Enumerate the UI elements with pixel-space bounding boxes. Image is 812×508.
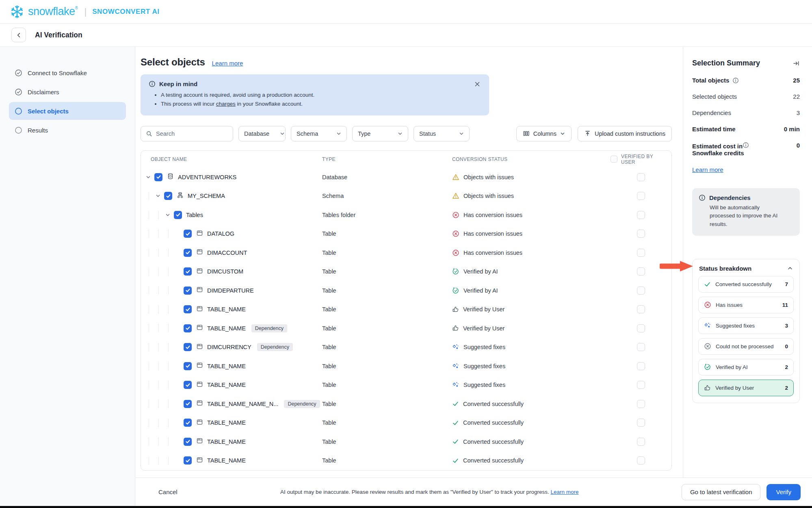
footer-learn-more-link[interactable]: Learn more bbox=[550, 489, 578, 495]
status-chip-could-not-be-processed[interactable]: Could not be processed0 bbox=[698, 338, 794, 355]
table-icon bbox=[196, 267, 203, 274]
verified-by-user-checkbox[interactable] bbox=[637, 419, 645, 427]
search-box[interactable] bbox=[141, 126, 233, 141]
sidebar-step-select-objects[interactable]: Select objects bbox=[9, 102, 126, 120]
window-bottom-edge bbox=[0, 506, 812, 508]
row-expand-chevron[interactable] bbox=[146, 175, 154, 180]
row-checkbox[interactable] bbox=[174, 211, 182, 219]
chevron-up-icon[interactable] bbox=[787, 265, 793, 271]
tree-guide-line bbox=[158, 230, 159, 238]
filter-dropdown-type[interactable]: Type bbox=[352, 126, 408, 141]
row-checkbox[interactable] bbox=[184, 456, 192, 465]
table-row: DIMCURRENCYDependencyTableSuggested fixe… bbox=[141, 338, 671, 357]
table-row: ADVENTUREWORKSDatabaseObjects with issue… bbox=[141, 168, 671, 187]
upload-custom-instructions-button[interactable]: Upload custom instructions bbox=[578, 126, 672, 141]
row-expand-chevron[interactable] bbox=[156, 193, 164, 198]
table-row: TABLE_NAMEDependencyTableVerified by Use… bbox=[141, 319, 671, 338]
ai-disclaimer: AI output may be inaccurate. Please revi… bbox=[280, 489, 578, 495]
go-to-latest-verification-button[interactable]: Go to latest verification bbox=[682, 484, 761, 500]
verified-by-user-checkbox[interactable] bbox=[637, 456, 645, 465]
verified-by-user-checkbox[interactable] bbox=[637, 324, 645, 332]
object-type: Table bbox=[322, 250, 452, 256]
banner-bullet: This process will incur charges in your … bbox=[161, 100, 481, 109]
verified-by-user-checkbox[interactable] bbox=[637, 211, 645, 219]
selection-summary-panel: Selection Summary Total objects25Selecte… bbox=[683, 47, 812, 478]
object-type: Table bbox=[322, 363, 452, 369]
row-checkbox[interactable] bbox=[184, 438, 192, 446]
status-chip-verified-by-user[interactable]: Verified by User2 bbox=[698, 380, 794, 396]
summary-stat-label: Estimated time bbox=[692, 126, 736, 132]
banner-title: Keep in mind bbox=[159, 80, 197, 87]
verified-by-user-checkbox[interactable] bbox=[637, 438, 645, 446]
status-chip-converted-successfully[interactable]: Converted successfully7 bbox=[698, 276, 794, 293]
sparkle-icon bbox=[452, 381, 459, 389]
select-all-verified-checkbox[interactable] bbox=[611, 156, 617, 163]
charges-link[interactable]: charges bbox=[216, 101, 236, 107]
ai-badge-icon bbox=[704, 363, 711, 371]
verified-by-user-checkbox[interactable] bbox=[637, 343, 645, 351]
table-row: TABLE_NAMETableConverted successfully bbox=[141, 432, 671, 452]
learn-more-link[interactable]: Learn more bbox=[212, 60, 243, 67]
back-button[interactable] bbox=[11, 28, 26, 42]
row-checkbox[interactable] bbox=[184, 381, 192, 389]
row-checkbox[interactable] bbox=[184, 287, 192, 295]
object-type: Table bbox=[322, 230, 452, 237]
row-expand-chevron[interactable] bbox=[165, 213, 174, 217]
close-icon[interactable] bbox=[474, 81, 480, 87]
verified-by-user-checkbox[interactable] bbox=[637, 400, 645, 408]
row-checkbox[interactable] bbox=[164, 192, 172, 200]
tree-guide-line bbox=[168, 305, 169, 314]
verified-by-user-checkbox[interactable] bbox=[637, 192, 645, 200]
tree-guide-line bbox=[149, 399, 149, 408]
page-header: AI Verification bbox=[0, 24, 812, 47]
verified-by-user-checkbox[interactable] bbox=[637, 381, 645, 389]
tree-guide-line bbox=[149, 419, 149, 427]
verify-button[interactable]: Verify bbox=[767, 484, 801, 500]
tree-guide-line bbox=[149, 230, 149, 238]
verified-by-user-checkbox[interactable] bbox=[637, 305, 645, 313]
summary-stat-label: Selected objects bbox=[692, 93, 737, 100]
verified-by-user-checkbox[interactable] bbox=[637, 287, 645, 295]
search-input[interactable] bbox=[156, 130, 228, 137]
object-type: Table bbox=[322, 382, 452, 388]
row-checkbox[interactable] bbox=[184, 267, 192, 276]
ai-badge-icon bbox=[452, 287, 459, 294]
verified-by-user-checkbox[interactable] bbox=[637, 267, 645, 276]
collapse-panel-icon[interactable] bbox=[793, 60, 800, 67]
summary-learn-more-link[interactable]: Learn more bbox=[692, 166, 723, 173]
row-checkbox[interactable] bbox=[184, 230, 192, 238]
row-checkbox[interactable] bbox=[184, 305, 192, 313]
row-checkbox[interactable] bbox=[184, 249, 192, 257]
row-checkbox[interactable] bbox=[184, 362, 192, 370]
filter-dropdown-schema[interactable]: Schema bbox=[291, 126, 347, 141]
columns-button[interactable]: Columns bbox=[516, 126, 572, 141]
verified-by-user-checkbox[interactable] bbox=[637, 230, 645, 238]
row-checkbox[interactable] bbox=[154, 173, 162, 181]
cancel-button[interactable]: Cancel bbox=[158, 488, 178, 495]
filter-dropdown-status[interactable]: Status bbox=[414, 126, 470, 141]
status-chip-has-issues[interactable]: Has issues11 bbox=[698, 297, 794, 313]
verified-by-user-checkbox[interactable] bbox=[637, 173, 645, 181]
status-chip-suggested-fixes[interactable]: Suggested fixes3 bbox=[698, 317, 794, 334]
sidebar-step-results[interactable]: Results bbox=[9, 121, 126, 139]
filter-dropdown-database[interactable]: Database bbox=[238, 126, 286, 141]
sidebar-step-connect-to-snowflake[interactable]: Connect to Snowflake bbox=[9, 64, 126, 82]
status-breakdown-list: Converted successfully7Has issues11Sugge… bbox=[698, 276, 794, 396]
main-content: Select objects Learn more Keep in mind A… bbox=[136, 47, 682, 478]
row-checkbox[interactable] bbox=[184, 324, 192, 332]
row-checkbox[interactable] bbox=[184, 419, 192, 427]
object-type: Schema bbox=[322, 193, 452, 199]
dependency-badge: Dependency bbox=[284, 400, 320, 408]
conversion-status-label: Verified by AI bbox=[463, 287, 498, 294]
row-checkbox[interactable] bbox=[184, 343, 192, 351]
conversion-status-label: Suggested fixes bbox=[463, 382, 505, 388]
table-row: TABLE_NAMETableSuggested fixes bbox=[141, 357, 671, 376]
row-checkbox[interactable] bbox=[184, 400, 192, 408]
sidebar-step-disclaimers[interactable]: Disclaimers bbox=[9, 83, 126, 101]
verified-by-user-checkbox[interactable] bbox=[637, 362, 645, 370]
tree-guide-line bbox=[168, 381, 169, 389]
verified-by-user-checkbox[interactable] bbox=[637, 249, 645, 257]
column-header-verified-by-user: VERIFIED BY USER bbox=[611, 154, 671, 165]
status-chip-verified-by-ai[interactable]: Verified by AI2 bbox=[698, 359, 794, 376]
tree-guide-line bbox=[149, 267, 149, 276]
